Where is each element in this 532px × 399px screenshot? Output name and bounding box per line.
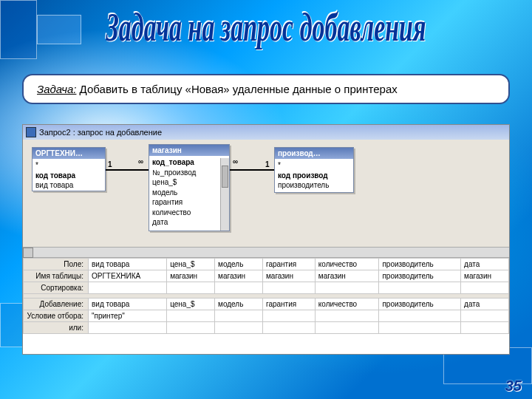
grid-cell[interactable]: магазин [315, 270, 379, 282]
grid-cell[interactable]: модель [215, 299, 263, 310]
access-window: Запрос2 : запрос на добавление ОРГТЕХНИ…… [22, 124, 510, 355]
field-row[interactable]: гарантия [152, 197, 226, 208]
rel-cardinality: 1 [265, 160, 270, 168]
field-row[interactable]: код_товара [152, 157, 226, 168]
decor-rect [37, 15, 81, 44]
grid-cell[interactable]: производитель [379, 299, 461, 310]
field-row[interactable]: производитель [278, 180, 350, 191]
table-header-label: производ… [278, 149, 321, 157]
grid-cell[interactable]: магазин [262, 270, 315, 282]
slide-title: Задача на запрос добавления [106, 5, 426, 50]
field-row[interactable]: модель [152, 188, 226, 198]
grid-cell[interactable] [167, 310, 215, 322]
grid-cell[interactable]: ОРГТЕХНИКА [89, 270, 167, 282]
grid-cell[interactable]: магазин [215, 270, 263, 282]
grid-cell[interactable]: дата [461, 259, 509, 270]
page-number: 35 [505, 378, 522, 395]
grid-cell[interactable]: гарантия [262, 259, 315, 270]
table-header-label: магазин [152, 146, 182, 154]
grid-cell[interactable]: производитель [379, 259, 461, 270]
rel-cardinality: ∞ [233, 157, 238, 166]
grid-row-label: Поле: [24, 259, 89, 270]
window-title: Запрос2 : запрос на добавление [39, 128, 162, 137]
task-box: Задача: Добавить в таблицу «Новая» удале… [22, 74, 510, 104]
grid-cell[interactable] [461, 322, 509, 334]
grid-cell[interactable]: цена_$ [167, 259, 215, 270]
grid-cell[interactable]: производитель [379, 270, 461, 282]
horizontal-scrollbar[interactable] [23, 247, 509, 257]
field-row[interactable]: код производ [278, 171, 350, 181]
scroll-left-button[interactable] [23, 248, 33, 258]
grid-cell[interactable] [89, 322, 167, 334]
grid-cell[interactable]: вид товара [89, 259, 167, 270]
table-box-orgtehnika[interactable]: ОРГТЕХНИ… * код товара вид товара [32, 147, 106, 191]
table-header[interactable]: производ… [275, 148, 353, 159]
grid-cell[interactable] [262, 310, 315, 322]
grid-cell[interactable]: количество [315, 299, 379, 310]
grid-cell[interactable]: "принтер" [89, 310, 167, 322]
grid-cell[interactable] [167, 322, 215, 334]
grid-cell[interactable]: цена_$ [167, 299, 215, 310]
decor-rect [0, 0, 37, 59]
grid-row-label: Добавление: [24, 299, 89, 310]
grid-cell[interactable] [215, 310, 263, 322]
grid-row-label: Имя таблицы: [24, 270, 89, 282]
query-grid[interactable]: Поле: вид товара цена_$ модель гарантия … [23, 258, 509, 354]
grid-table: Поле: вид товара цена_$ модель гарантия … [23, 258, 509, 334]
task-text: Добавить в таблицу «Новая» удаленные дан… [76, 83, 397, 95]
grid-cell[interactable]: модель [215, 259, 263, 270]
field-row[interactable]: * [278, 160, 350, 171]
table-header-label: ОРГТЕХНИ… [35, 149, 83, 157]
grid-cell[interactable] [379, 282, 461, 294]
grid-cell[interactable] [167, 282, 215, 294]
scrollbar-thumb[interactable] [222, 166, 228, 188]
grid-cell[interactable] [379, 310, 461, 322]
rel-cardinality: 1 [108, 160, 112, 168]
scrollbar[interactable] [220, 158, 229, 231]
table-header[interactable]: магазин [149, 145, 229, 156]
table-box-proizvod[interactable]: производ… * код производ производитель [274, 147, 354, 193]
grid-cell[interactable] [215, 322, 263, 334]
grid-cell[interactable] [262, 322, 315, 334]
grid-cell[interactable] [262, 282, 315, 294]
field-row[interactable]: №_производ [152, 168, 226, 178]
window-titlebar[interactable]: Запрос2 : запрос на добавление [23, 125, 509, 140]
grid-cell[interactable] [89, 282, 167, 294]
relationship-line [106, 169, 149, 171]
grid-row-label: Условие отбора: [24, 310, 89, 322]
rel-cardinality: ∞ [138, 157, 143, 166]
field-row[interactable]: вид товара [35, 180, 102, 191]
grid-cell[interactable]: гарантия [262, 299, 315, 310]
grid-cell[interactable]: количество [315, 259, 379, 270]
grid-cell[interactable] [315, 322, 379, 334]
grid-cell[interactable] [461, 310, 509, 322]
field-row[interactable]: цена_$ [152, 177, 226, 188]
grid-row-label: или: [24, 322, 89, 334]
table-box-magazin[interactable]: магазин код_товара №_производ цена_$ мод… [149, 144, 230, 231]
relationship-line [230, 169, 274, 171]
grid-cell[interactable]: магазин [167, 270, 215, 282]
app-icon [26, 127, 36, 137]
grid-cell[interactable] [461, 282, 509, 294]
task-label: Задача: [37, 83, 76, 95]
grid-cell[interactable]: дата [461, 299, 509, 310]
table-header[interactable]: ОРГТЕХНИ… [33, 148, 105, 159]
field-row[interactable]: количество [152, 208, 226, 218]
grid-cell[interactable]: вид товара [89, 299, 167, 310]
grid-cell[interactable] [215, 282, 263, 294]
grid-cell[interactable] [379, 322, 461, 334]
query-diagram-area[interactable]: ОРГТЕХНИ… * код товара вид товара магази… [23, 140, 509, 258]
grid-cell[interactable] [315, 282, 379, 294]
grid-cell[interactable]: магазин [461, 270, 509, 282]
field-row[interactable]: дата [152, 217, 226, 228]
field-row[interactable]: * [35, 160, 102, 171]
grid-row-label: Сортировка: [24, 282, 89, 294]
field-row[interactable]: код товара [35, 171, 102, 181]
grid-cell[interactable] [315, 310, 379, 322]
